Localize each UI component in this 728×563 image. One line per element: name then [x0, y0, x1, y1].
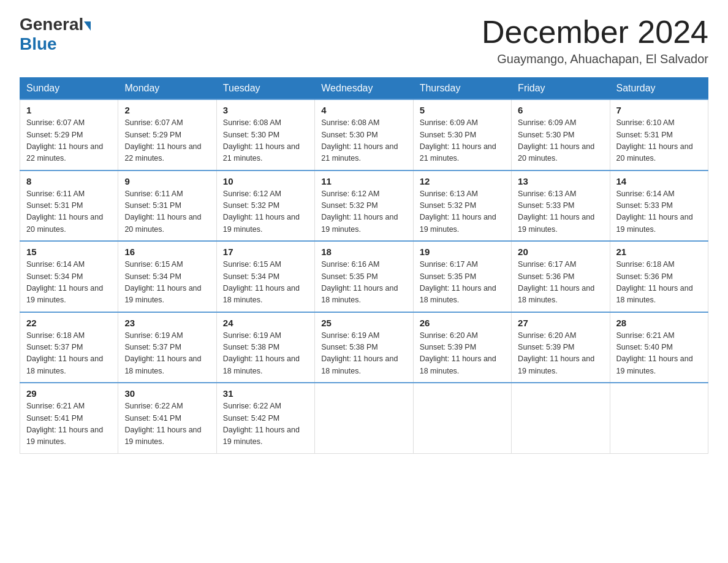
- week-row-4: 22Sunrise: 6:18 AMSunset: 5:37 PMDayligh…: [20, 312, 708, 383]
- week-row-3: 15Sunrise: 6:14 AMSunset: 5:34 PMDayligh…: [20, 241, 708, 312]
- month-title: December 2024: [482, 15, 708, 50]
- day-info: Sunrise: 6:16 AMSunset: 5:35 PMDaylight:…: [321, 259, 406, 307]
- day-number: 4: [321, 105, 406, 115]
- day-number: 9: [124, 176, 210, 186]
- calendar-cell: 3Sunrise: 6:08 AMSunset: 5:30 PMDaylight…: [216, 99, 314, 170]
- calendar-cell: 13Sunrise: 6:13 AMSunset: 5:33 PMDayligh…: [512, 170, 610, 242]
- calendar-cell: 29Sunrise: 6:21 AMSunset: 5:41 PMDayligh…: [20, 383, 118, 453]
- day-info: Sunrise: 6:14 AMSunset: 5:33 PMDaylight:…: [616, 188, 702, 236]
- calendar-cell: 27Sunrise: 6:20 AMSunset: 5:39 PMDayligh…: [512, 312, 610, 383]
- day-number: 24: [223, 318, 308, 328]
- day-info: Sunrise: 6:09 AMSunset: 5:30 PMDaylight:…: [420, 117, 505, 165]
- column-header-sunday: Sunday: [20, 78, 118, 100]
- day-info: Sunrise: 6:19 AMSunset: 5:38 PMDaylight:…: [223, 330, 308, 378]
- day-info: Sunrise: 6:20 AMSunset: 5:39 PMDaylight:…: [518, 330, 603, 378]
- day-number: 11: [321, 176, 406, 186]
- day-number: 14: [616, 176, 702, 186]
- day-info: Sunrise: 6:15 AMSunset: 5:34 PMDaylight:…: [223, 259, 308, 307]
- day-info: Sunrise: 6:12 AMSunset: 5:32 PMDaylight:…: [321, 188, 406, 236]
- day-number: 8: [26, 176, 112, 186]
- calendar-cell: 2Sunrise: 6:07 AMSunset: 5:29 PMDaylight…: [118, 99, 216, 170]
- day-info: Sunrise: 6:19 AMSunset: 5:37 PMDaylight:…: [124, 330, 210, 378]
- calendar-cell: 31Sunrise: 6:22 AMSunset: 5:42 PMDayligh…: [216, 383, 314, 453]
- day-number: 2: [124, 105, 210, 115]
- day-number: 17: [223, 247, 308, 257]
- day-number: 28: [616, 318, 702, 328]
- page-header: General Blue December 2024 Guaymango, Ah…: [20, 15, 708, 66]
- day-info: Sunrise: 6:17 AMSunset: 5:36 PMDaylight:…: [518, 259, 603, 307]
- calendar-cell: 16Sunrise: 6:15 AMSunset: 5:34 PMDayligh…: [118, 241, 216, 312]
- day-info: Sunrise: 6:15 AMSunset: 5:34 PMDaylight:…: [124, 259, 210, 307]
- week-row-1: 1Sunrise: 6:07 AMSunset: 5:29 PMDaylight…: [20, 99, 708, 170]
- calendar-cell: 7Sunrise: 6:10 AMSunset: 5:31 PMDaylight…: [610, 99, 708, 170]
- calendar-cell: 15Sunrise: 6:14 AMSunset: 5:34 PMDayligh…: [20, 241, 118, 312]
- day-info: Sunrise: 6:09 AMSunset: 5:30 PMDaylight:…: [518, 117, 603, 165]
- calendar-cell: 30Sunrise: 6:22 AMSunset: 5:41 PMDayligh…: [118, 383, 216, 453]
- calendar-cell: [512, 383, 610, 453]
- day-info: Sunrise: 6:11 AMSunset: 5:31 PMDaylight:…: [26, 188, 112, 236]
- day-info: Sunrise: 6:14 AMSunset: 5:34 PMDaylight:…: [26, 259, 112, 307]
- logo-general-text: General: [20, 15, 83, 34]
- day-info: Sunrise: 6:22 AMSunset: 5:42 PMDaylight:…: [223, 400, 308, 448]
- day-number: 19: [420, 247, 505, 257]
- logo: General Blue: [20, 15, 91, 54]
- calendar-cell: 6Sunrise: 6:09 AMSunset: 5:30 PMDaylight…: [512, 99, 610, 170]
- day-info: Sunrise: 6:18 AMSunset: 5:37 PMDaylight:…: [26, 330, 112, 378]
- day-number: 31: [223, 388, 308, 399]
- calendar-cell: 5Sunrise: 6:09 AMSunset: 5:30 PMDaylight…: [413, 99, 511, 170]
- column-header-saturday: Saturday: [610, 78, 708, 100]
- calendar-cell: 22Sunrise: 6:18 AMSunset: 5:37 PMDayligh…: [20, 312, 118, 383]
- day-info: Sunrise: 6:07 AMSunset: 5:29 PMDaylight:…: [26, 117, 112, 165]
- day-info: Sunrise: 6:19 AMSunset: 5:38 PMDaylight:…: [321, 330, 406, 378]
- day-info: Sunrise: 6:18 AMSunset: 5:36 PMDaylight:…: [616, 259, 702, 307]
- day-number: 3: [223, 105, 308, 115]
- day-number: 18: [321, 247, 406, 257]
- day-info: Sunrise: 6:21 AMSunset: 5:40 PMDaylight:…: [616, 330, 702, 378]
- day-headers-row: SundayMondayTuesdayWednesdayThursdayFrid…: [20, 78, 708, 100]
- calendar-cell: [315, 383, 413, 453]
- day-number: 29: [26, 388, 112, 399]
- day-number: 23: [124, 318, 210, 328]
- title-area: December 2024 Guaymango, Ahuachapan, El …: [482, 15, 708, 66]
- day-number: 15: [26, 247, 112, 257]
- day-number: 30: [124, 388, 210, 399]
- day-info: Sunrise: 6:08 AMSunset: 5:30 PMDaylight:…: [321, 117, 406, 165]
- day-info: Sunrise: 6:13 AMSunset: 5:33 PMDaylight:…: [518, 188, 603, 236]
- day-info: Sunrise: 6:21 AMSunset: 5:41 PMDaylight:…: [26, 400, 112, 448]
- column-header-monday: Monday: [118, 78, 216, 100]
- calendar-cell: 4Sunrise: 6:08 AMSunset: 5:30 PMDaylight…: [315, 99, 413, 170]
- column-header-thursday: Thursday: [413, 78, 511, 100]
- day-info: Sunrise: 6:17 AMSunset: 5:35 PMDaylight:…: [420, 259, 505, 307]
- calendar-cell: 18Sunrise: 6:16 AMSunset: 5:35 PMDayligh…: [315, 241, 413, 312]
- calendar-cell: 10Sunrise: 6:12 AMSunset: 5:32 PMDayligh…: [216, 170, 314, 242]
- logo-blue-text: Blue: [20, 34, 57, 53]
- calendar-cell: 24Sunrise: 6:19 AMSunset: 5:38 PMDayligh…: [216, 312, 314, 383]
- calendar-table: SundayMondayTuesdayWednesdayThursdayFrid…: [20, 77, 708, 454]
- calendar-cell: 23Sunrise: 6:19 AMSunset: 5:37 PMDayligh…: [118, 312, 216, 383]
- day-number: 16: [124, 247, 210, 257]
- day-number: 5: [420, 105, 505, 115]
- calendar-cell: 19Sunrise: 6:17 AMSunset: 5:35 PMDayligh…: [413, 241, 511, 312]
- day-number: 13: [518, 176, 603, 186]
- calendar-cell: 28Sunrise: 6:21 AMSunset: 5:40 PMDayligh…: [610, 312, 708, 383]
- day-number: 6: [518, 105, 603, 115]
- calendar-cell: 9Sunrise: 6:11 AMSunset: 5:31 PMDaylight…: [118, 170, 216, 242]
- calendar-cell: 11Sunrise: 6:12 AMSunset: 5:32 PMDayligh…: [315, 170, 413, 242]
- week-row-5: 29Sunrise: 6:21 AMSunset: 5:41 PMDayligh…: [20, 383, 708, 453]
- day-number: 7: [616, 105, 702, 115]
- logo-arrow-icon: [84, 21, 91, 31]
- day-info: Sunrise: 6:10 AMSunset: 5:31 PMDaylight:…: [616, 117, 702, 165]
- column-header-friday: Friday: [512, 78, 610, 100]
- day-info: Sunrise: 6:22 AMSunset: 5:41 PMDaylight:…: [124, 400, 210, 448]
- calendar-cell: [413, 383, 511, 453]
- day-info: Sunrise: 6:11 AMSunset: 5:31 PMDaylight:…: [124, 188, 210, 236]
- calendar-cell: 8Sunrise: 6:11 AMSunset: 5:31 PMDaylight…: [20, 170, 118, 242]
- calendar-cell: 20Sunrise: 6:17 AMSunset: 5:36 PMDayligh…: [512, 241, 610, 312]
- day-number: 21: [616, 247, 702, 257]
- day-number: 27: [518, 318, 603, 328]
- day-number: 10: [223, 176, 308, 186]
- day-number: 12: [420, 176, 505, 186]
- day-info: Sunrise: 6:13 AMSunset: 5:32 PMDaylight:…: [420, 188, 505, 236]
- week-row-2: 8Sunrise: 6:11 AMSunset: 5:31 PMDaylight…: [20, 170, 708, 242]
- calendar-cell: 1Sunrise: 6:07 AMSunset: 5:29 PMDaylight…: [20, 99, 118, 170]
